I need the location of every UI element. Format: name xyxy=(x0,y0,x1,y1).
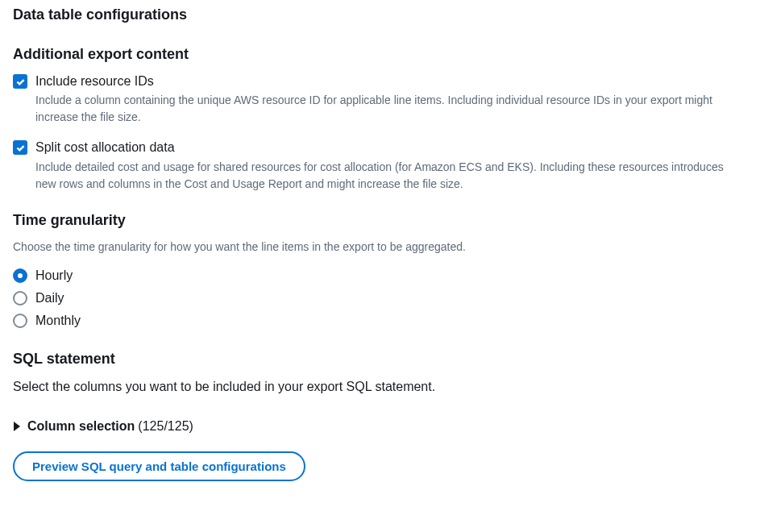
svg-marker-0 xyxy=(14,422,20,431)
column-selection-count: (125/125) xyxy=(138,419,193,434)
checkbox-content: Split cost allocation data Include detai… xyxy=(35,139,747,192)
additional-export-heading: Additional export content xyxy=(13,46,747,63)
caret-right-icon xyxy=(13,421,21,432)
checkbox-description: Include a column containing the unique A… xyxy=(35,92,747,126)
time-granularity-heading: Time granularity xyxy=(13,212,747,229)
radio-label: Daily xyxy=(35,291,64,305)
preview-sql-button[interactable]: Preview SQL query and table configuratio… xyxy=(13,451,305,481)
checkbox-content: Include resource IDs Include a column co… xyxy=(35,73,747,126)
column-selection-label: Column selection xyxy=(27,419,135,434)
checkbox-icon[interactable] xyxy=(13,140,27,155)
radio-hourly[interactable]: Hourly xyxy=(13,268,747,283)
radio-monthly[interactable]: Monthly xyxy=(13,314,747,328)
sql-statement-section: SQL statement Select the columns you wan… xyxy=(13,351,747,481)
radio-label: Hourly xyxy=(35,268,73,283)
additional-export-section: Additional export content Include resour… xyxy=(13,46,747,193)
page-title: Data table configurations xyxy=(13,6,747,23)
radio-daily[interactable]: Daily xyxy=(13,291,747,305)
checkbox-label: Split cost allocation data xyxy=(35,139,747,156)
sql-statement-heading: SQL statement xyxy=(13,351,747,368)
checkbox-icon[interactable] xyxy=(13,74,27,89)
time-granularity-radio-group: Hourly Daily Monthly xyxy=(13,268,747,328)
checkbox-split-cost-allocation[interactable]: Split cost allocation data Include detai… xyxy=(13,139,747,192)
radio-icon[interactable] xyxy=(13,314,27,328)
checkbox-label: Include resource IDs xyxy=(35,73,747,90)
checkbox-include-resource-ids[interactable]: Include resource IDs Include a column co… xyxy=(13,73,747,126)
radio-icon[interactable] xyxy=(13,291,27,305)
time-granularity-section: Time granularity Choose the time granula… xyxy=(13,212,747,328)
time-granularity-description: Choose the time granularity for how you … xyxy=(13,239,747,256)
sql-statement-description: Select the columns you want to be includ… xyxy=(13,377,747,397)
column-selection-expandable[interactable]: Column selection (125/125) xyxy=(13,419,747,434)
checkbox-description: Include detailed cost and usage for shar… xyxy=(35,159,747,193)
radio-icon[interactable] xyxy=(13,268,27,283)
radio-label: Monthly xyxy=(35,314,81,328)
